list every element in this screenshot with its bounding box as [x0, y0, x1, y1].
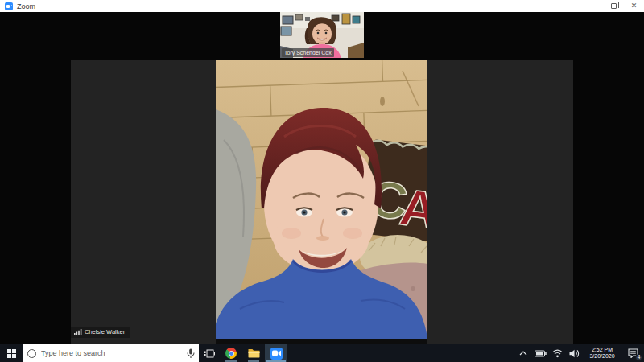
window-controls: – ✕ — [584, 0, 644, 12]
task-view-button[interactable] — [199, 344, 220, 362]
speaker-view-panel: C A — [71, 60, 573, 344]
thumbnail-name-label: Tory Schendel Cox — [282, 48, 334, 57]
speaker-video[interactable]: C A — [216, 60, 427, 344]
windows-taskbar: 2:52 PM 3/20/2020 4 — [0, 344, 644, 362]
battery-icon — [535, 350, 547, 357]
file-explorer-icon — [248, 348, 260, 358]
taskbar-zoom-button[interactable] — [265, 344, 287, 362]
network-status[interactable] — [549, 344, 565, 362]
speaker-icon — [569, 349, 580, 358]
chrome-icon — [225, 348, 237, 359]
system-tray: 2:52 PM 3/20/2020 4 — [515, 344, 644, 362]
zoom-window-titlebar: Zoom – ✕ — [0, 0, 644, 12]
chevron-up-icon — [519, 351, 527, 356]
speaker-name-text: Chelsie Walker — [85, 329, 125, 335]
window-title: Zoom — [17, 2, 35, 10]
taskbar-file-explorer-button[interactable] — [242, 344, 265, 362]
volume-status[interactable] — [565, 344, 583, 362]
restore-icon — [611, 3, 617, 9]
participant-thumbnail-video[interactable]: Tory Schendel Cox — [280, 12, 364, 58]
zoom-taskbar-icon — [270, 348, 283, 360]
meeting-area: Tory Schendel Cox — [0, 12, 644, 344]
clock-date: 3/20/2020 — [589, 353, 614, 360]
taskbar-search-box[interactable] — [23, 344, 199, 362]
start-button[interactable] — [0, 344, 23, 362]
speaker-video-feed: C A — [216, 60, 427, 344]
minimize-button[interactable]: – — [584, 0, 604, 12]
windows-logo-icon — [7, 349, 16, 358]
taskbar-clock[interactable]: 2:52 PM 3/20/2020 — [583, 344, 621, 362]
clock-time: 2:52 PM — [592, 347, 613, 354]
speaker-name-label: Chelsie Walker — [71, 327, 130, 338]
chrome-icon-core — [229, 351, 234, 356]
cortana-icon — [27, 349, 36, 358]
wifi-icon — [552, 349, 563, 358]
battery-status[interactable] — [531, 344, 549, 362]
taskbar-chrome-button[interactable] — [220, 344, 242, 362]
maximize-restore-button[interactable] — [604, 0, 624, 12]
zoom-app-icon — [5, 2, 13, 10]
tray-overflow-button[interactable] — [515, 344, 531, 362]
action-center-button[interactable]: 4 — [621, 344, 644, 362]
search-input[interactable] — [41, 349, 184, 357]
video-camera-icon — [272, 350, 281, 356]
notification-count-badge: 4 — [635, 354, 642, 361]
connection-signal-icon — [74, 328, 82, 335]
microphone-icon[interactable] — [187, 348, 195, 359]
close-button[interactable]: ✕ — [624, 0, 644, 12]
task-view-icon — [204, 349, 215, 358]
